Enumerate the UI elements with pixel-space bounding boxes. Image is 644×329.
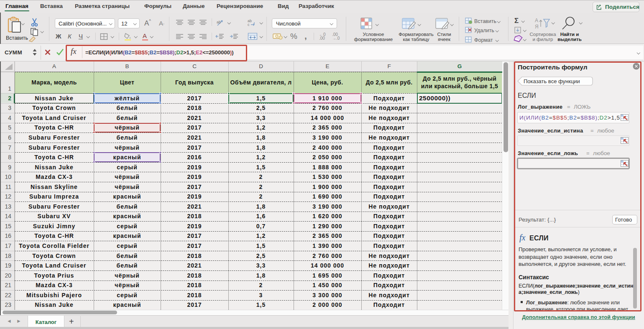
svg-text:А: А xyxy=(535,18,538,23)
svg-text:Я: Я xyxy=(535,24,539,30)
svg-text:ab: ab xyxy=(217,20,221,24)
svg-text:c: c xyxy=(248,23,250,27)
